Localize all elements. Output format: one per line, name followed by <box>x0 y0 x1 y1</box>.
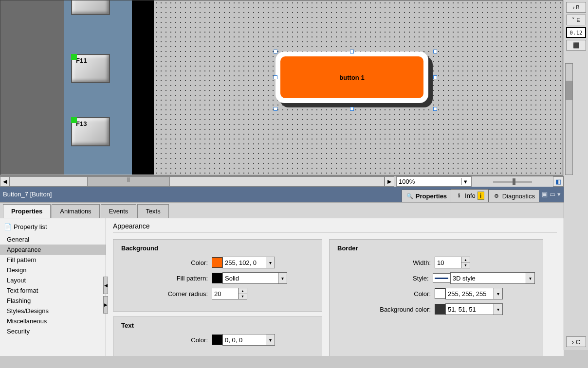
property-list-panel: 📄Property list General Appearance Fill p… <box>0 218 106 356</box>
canvas-black-zone <box>132 0 154 175</box>
window-collapse-icon[interactable]: ▾ <box>557 191 561 198</box>
canvas-footer-row: ◀ ▶ 100%▾ ◧ <box>0 176 564 187</box>
proplist-textformat[interactable]: Text format <box>0 285 106 296</box>
border-bg-dropdown[interactable]: ▾ <box>494 303 503 315</box>
window-layout-icon[interactable]: ▣ <box>542 191 548 198</box>
diagnostics-icon: ⚙ <box>493 192 500 200</box>
border-width-input[interactable]: 10 <box>435 257 461 268</box>
panel-expand-handle[interactable]: ▶ <box>103 296 108 314</box>
fieldset-background-title: Background <box>121 245 314 252</box>
resize-handle-tl[interactable] <box>274 50 277 53</box>
fieldset-text: Text Color: 0, 0, 0 ▾ <box>113 316 322 356</box>
design-canvas[interactable]: F9 F11 F13 button 1 <box>0 0 563 175</box>
border-color-input[interactable]: 255, 255, 255 <box>445 288 494 299</box>
tab-properties[interactable]: 🔍Properties <box>402 190 451 202</box>
resize-handle-bm[interactable] <box>350 107 354 111</box>
bg-color-input[interactable]: 255, 102, 0 <box>222 257 266 268</box>
border-style-label: Style: <box>337 275 433 282</box>
proplist-fillpattern[interactable]: Fill pattern <box>0 255 106 265</box>
bg-color-swatch[interactable] <box>212 257 222 268</box>
resize-handle-tr[interactable] <box>433 50 437 53</box>
panel-collapse-handle[interactable]: ◀ <box>103 277 108 294</box>
text-color-input[interactable]: 0, 0, 0 <box>222 334 266 346</box>
resize-handle-br[interactable] <box>433 107 437 111</box>
fkey-f11[interactable]: F11 <box>71 54 110 83</box>
button-label: button 1 <box>339 74 364 81</box>
text-color-swatch[interactable] <box>212 334 222 345</box>
border-bg-input[interactable]: 51, 51, 51 <box>445 303 494 315</box>
right-strip-bottom[interactable]: › C <box>566 336 586 347</box>
bg-color-label: Color: <box>121 259 212 266</box>
bg-fill-swatch[interactable] <box>212 273 222 283</box>
right-strip-item-1[interactable]: ˅ E <box>566 15 586 25</box>
bg-fill-dropdown[interactable]: ▾ <box>278 272 287 284</box>
inner-tab-events[interactable]: Events <box>101 204 137 218</box>
zoom-slider[interactable] <box>472 176 553 187</box>
right-scrollbar[interactable] <box>565 63 573 175</box>
info-badge-icon: i <box>478 192 484 200</box>
border-bg-swatch[interactable] <box>435 304 445 315</box>
hscroll-right-button[interactable]: ▶ <box>385 176 394 187</box>
proplist-misc[interactable]: Miscellaneous <box>0 316 106 326</box>
object-title-bar: Button_7 [Button] 🔍Properties ℹInfoi ⚙Di… <box>0 187 564 202</box>
resize-handle-ml[interactable] <box>274 75 277 79</box>
proplist-general[interactable]: General <box>0 234 106 245</box>
hscroll-left-button[interactable]: ◀ <box>0 176 10 187</box>
fieldset-background: Background Color: 255, 102, 0 ▾ Fill pat… <box>113 239 322 312</box>
tab-info[interactable]: ℹInfoi <box>451 189 489 202</box>
selected-button-object[interactable]: button 1 <box>276 52 428 103</box>
fieldset-border-title: Border <box>337 245 535 252</box>
tab-diagnostics[interactable]: ⚙Diagnostics <box>488 190 539 202</box>
property-detail-panel: Appearance Background Color: 255, 102, 0… <box>106 218 564 356</box>
proplist-layout[interactable]: Layout <box>0 275 106 285</box>
object-title: Button_7 [Button] <box>3 191 52 198</box>
proplist-design[interactable]: Design <box>0 265 106 275</box>
border-style-select[interactable]: 3D style <box>450 272 527 284</box>
border-color-swatch[interactable] <box>435 288 445 299</box>
info-icon: ℹ <box>455 192 463 200</box>
canvas-blue-zone <box>64 0 132 175</box>
fkey-f13[interactable]: F13 <box>71 117 110 146</box>
fkey-f9[interactable]: F9 <box>71 0 110 15</box>
scrollbar-thumb[interactable] <box>566 81 572 100</box>
text-color-dropdown[interactable]: ▾ <box>266 334 275 346</box>
proplist-flashing[interactable]: Flashing <box>0 296 106 306</box>
fit-screen-icon[interactable]: ◧ <box>553 176 564 187</box>
right-strip-item-3[interactable]: ⬛ <box>566 40 586 51</box>
chevron-down-icon[interactable]: ▾ <box>461 178 469 185</box>
fkey-marker-icon <box>71 54 77 60</box>
inner-tab-animations[interactable]: Animations <box>52 204 99 218</box>
border-color-label: Color: <box>337 290 435 298</box>
window-dock-icon[interactable]: ▭ <box>550 191 555 198</box>
inner-tab-texts[interactable]: Texts <box>137 204 168 218</box>
hscroll-track[interactable] <box>10 176 385 187</box>
bg-radius-spinner[interactable]: ▲▼ <box>239 288 247 299</box>
fieldset-border: Border Width: 10 ▲▼ Style: 3D style ▾ Co… <box>329 239 543 356</box>
zoom-select[interactable]: 100%▾ <box>396 176 472 187</box>
bg-radius-input[interactable]: 20 <box>212 288 239 299</box>
fieldset-text-title: Text <box>121 322 314 329</box>
bg-color-dropdown[interactable]: ▾ <box>266 257 275 268</box>
border-color-dropdown[interactable]: ▾ <box>494 288 503 299</box>
border-style-dropdown[interactable]: ▾ <box>526 272 535 284</box>
border-width-spinner[interactable]: ▲▼ <box>461 257 470 268</box>
panel-heading: Appearance <box>113 222 557 230</box>
fkey-marker-icon <box>71 117 77 123</box>
right-strip-item-0[interactable]: › B <box>566 2 586 13</box>
hscroll-thumb[interactable] <box>87 177 170 186</box>
proplist-appearance[interactable]: Appearance <box>0 245 106 255</box>
property-list-icon: 📄 <box>4 223 12 230</box>
right-strip-numeric-icon[interactable]: 0.12 <box>566 27 586 38</box>
property-list-header: Property list <box>14 223 47 230</box>
resize-handle-bl[interactable] <box>274 107 277 111</box>
text-color-label: Color: <box>121 336 212 344</box>
border-bg-label: Background color: <box>337 306 435 313</box>
inner-tab-properties[interactable]: Properties <box>3 204 51 218</box>
properties-body: 📄Property list General Appearance Fill p… <box>0 218 564 356</box>
proplist-security[interactable]: Security <box>0 326 106 336</box>
proplist-stylesdesigns[interactable]: Styles/Designs <box>0 306 106 316</box>
resize-handle-mr[interactable] <box>433 75 437 79</box>
inner-tab-row: Properties Animations Events Texts <box>0 202 564 218</box>
bg-fill-select[interactable]: Solid <box>222 272 278 284</box>
resize-handle-tm[interactable] <box>350 50 354 53</box>
